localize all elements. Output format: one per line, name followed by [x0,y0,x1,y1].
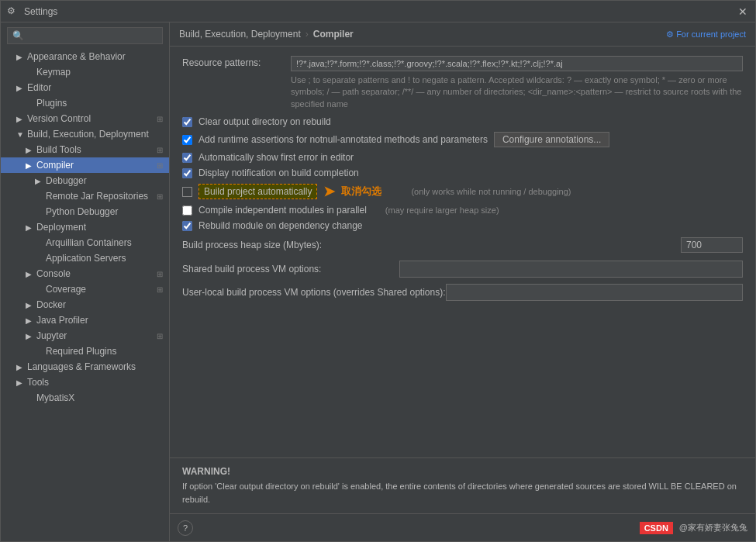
shared-vm-row: Shared build process VM options: [182,261,743,278]
arrow-annotation-icon: ➤ [323,183,335,200]
user-vm-label: User-local build process VM options (ove… [182,287,446,298]
warning-title: WARNING! [182,466,743,477]
breadcrumb-separator: › [306,29,309,40]
sidebar-item-keymap[interactable]: Keymap [1,64,169,80]
arrow-icon: ▶ [26,161,35,170]
sidebar-item-label: Java Profiler [36,315,163,326]
show-first-error-label: Automatically show first error in editor [198,152,354,163]
sidebar-item-debugger[interactable]: ▶ Debugger [1,173,169,188]
bottom-bar: ? CSDN @家有娇妻张兔兔 [170,513,755,541]
sidebar-item-mybatisx[interactable]: MybatisX [1,390,169,406]
sidebar-item-languages[interactable]: ▶ Languages & Frameworks [1,359,169,375]
sidebar-item-jupyter[interactable]: ▶ Jupyter ⊞ [1,328,169,343]
sidebar-item-label: Deployment [36,222,163,233]
sidebar-item-required-plugins[interactable]: Required Plugins [1,343,169,359]
resource-patterns-input[interactable] [291,56,743,71]
sidebar-item-coverage[interactable]: Coverage ⊞ [1,281,169,297]
csdn-badge: CSDN [640,522,673,534]
sidebar-item-appearance[interactable]: ▶ Appearance & Behavior [1,49,169,64]
add-runtime-checkbox[interactable] [182,135,192,145]
sidebar-item-editor[interactable]: ▶ Editor [1,80,169,95]
heap-size-row: Build process heap size (Mbytes): [182,237,743,253]
sidebar-item-label: Console [36,268,154,279]
sync-icon: ⊞ [157,161,163,170]
build-auto-row: Build project automatically ➤ 取消勾选 (only… [182,183,743,200]
arrow-icon: ▶ [26,301,35,309]
search-input[interactable] [7,27,163,44]
compile-parallel-checkbox[interactable] [182,205,192,216]
heap-size-label: Build process heap size (Mbytes): [182,240,681,250]
display-notification-checkbox[interactable] [182,168,192,178]
window-title: Settings [24,6,737,17]
breadcrumb-bar: Build, Execution, Deployment › Compiler … [170,22,755,47]
build-auto-checkbox-visual [182,187,192,197]
clear-output-checkbox[interactable] [182,117,192,127]
user-vm-row: User-local build process VM options (ove… [182,284,743,301]
sidebar-item-plugins[interactable]: Plugins [1,95,169,111]
rebuild-label: Rebuild module on dependency change [198,220,363,231]
right-panel: Build, Execution, Deployment › Compiler … [170,22,755,541]
warning-text: If option 'Clear output directory on reb… [182,480,743,506]
heap-size-input[interactable] [681,237,743,253]
sidebar-item-label: Docker [36,299,163,310]
show-first-error-checkbox[interactable] [182,153,192,163]
close-button[interactable]: ✕ [737,5,749,18]
arrow-icon: ▶ [16,378,26,387]
sidebar-item-label: Languages & Frameworks [27,361,163,372]
arrow-icon: ▶ [35,177,44,185]
sidebar-item-label: MybatisX [36,392,163,403]
sidebar-item-app-servers[interactable]: Application Servers [1,250,169,266]
sidebar-item-label: Arquillian Containers [46,237,163,248]
rebuild-checkbox[interactable] [182,221,192,231]
arrow-icon: ▶ [26,332,35,340]
sidebar-item-deployment[interactable]: ▶ Deployment [1,219,169,235]
sidebar-item-label: Application Servers [46,253,163,264]
arrow-icon: ▶ [16,363,26,371]
sync-icon: ⊞ [157,285,163,294]
show-first-error-row: Automatically show first error in editor [182,152,743,163]
sync-icon: ⊞ [157,115,163,123]
user-label: @家有娇妻张兔兔 [679,522,747,533]
sidebar-item-label: Compiler [36,160,154,171]
configure-annotations-button[interactable]: Configure annotations... [494,132,609,147]
sidebar-item-build-tools[interactable]: ▶ Build Tools ⊞ [1,142,169,157]
sync-icon: ⊞ [157,270,163,278]
shared-vm-input[interactable] [399,261,743,278]
sidebar-item-java-profiler[interactable]: ▶ Java Profiler [1,312,169,328]
display-notification-row: Display notification on build completion [182,167,743,178]
help-button[interactable]: ? [178,520,193,536]
arrow-icon: ▶ [16,84,26,92]
build-auto-label: Build project automatically [198,184,317,199]
sidebar-item-remote-jar[interactable]: Remote Jar Repositories ⊞ [1,188,169,204]
user-vm-input[interactable] [446,284,744,301]
sidebar-item-label: Tools [27,377,163,388]
resource-patterns-control: Use ; to separate patterns and ! to nega… [291,56,743,110]
sidebar-item-version-control[interactable]: ▶ Version Control ⊞ [1,111,169,126]
sidebar-item-python-debugger[interactable]: Python Debugger [1,204,169,219]
shared-vm-label: Shared build process VM options: [182,264,399,274]
sidebar-item-label: Appearance & Behavior [27,51,163,62]
sidebar-item-label: Python Debugger [46,206,163,217]
add-runtime-label: Add runtime assertions for notnull-annot… [198,134,488,145]
sidebar-item-label: Coverage [46,284,154,295]
sidebar-item-tools[interactable]: ▶ Tools [1,375,169,390]
sidebar-item-compiler[interactable]: ▶ Compiler ⊞ [1,157,169,173]
sidebar-item-label: Remote Jar Repositories [46,191,154,202]
resource-patterns-label: Resource patterns: [182,56,291,68]
for-current-project[interactable]: ⚙ For current project [666,29,746,40]
sync-icon: ⊞ [157,332,163,340]
build-auto-container: Build project automatically ➤ 取消勾选 (only… [182,183,743,200]
build-auto-note: (only works while not running / debuggin… [411,187,571,196]
resource-patterns-hint: Use ; to separate patterns and ! to nega… [291,74,743,110]
resource-patterns-row: Resource patterns: Use ; to separate pat… [182,56,743,110]
sidebar-item-label: Required Plugins [46,346,163,357]
sidebar-item-docker[interactable]: ▶ Docker [1,297,169,312]
sidebar-item-arquillian[interactable]: Arquillian Containers [1,235,169,250]
sidebar-item-console[interactable]: ▶ Console ⊞ [1,266,169,281]
sidebar-item-label: Build, Execution, Deployment [27,129,163,140]
sidebar-item-build-exec[interactable]: ▼ Build, Execution, Deployment [1,126,169,142]
content-area: Resource patterns: Use ; to separate pat… [170,47,755,457]
breadcrumb-path: Build, Execution, Deployment [179,29,301,40]
breadcrumb-current: Compiler [313,29,354,40]
sidebar-item-label: Plugins [36,98,163,109]
